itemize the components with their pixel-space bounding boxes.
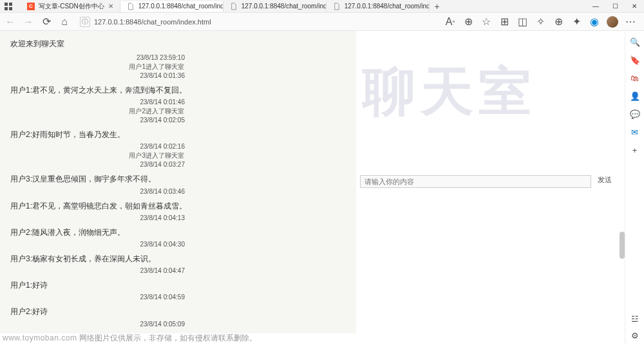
toolbar-right-icons: A» ⊕ ☆ ⊞ ◫ ✧ ⊕ ✦ ◉ ⋯ xyxy=(444,16,640,28)
zoom-icon[interactable]: ⊕ xyxy=(462,16,474,28)
add-icon[interactable]: + xyxy=(629,144,641,156)
back-button[interactable]: ← xyxy=(4,15,17,28)
minimize-button[interactable]: — xyxy=(586,0,605,12)
timestamp: 23/8/14 0:02:16 xyxy=(10,142,346,151)
favorites-bar-icon[interactable]: ✧ xyxy=(535,16,546,28)
more-icon[interactable]: ⋯ xyxy=(625,16,636,28)
titlebar: C 写文章-CSDN创作中心 ✕ 127.0.0.1:8848/chat_roo… xyxy=(0,0,644,13)
tab-csdn[interactable]: C 写文章-CSDN创作中心 ✕ xyxy=(21,1,120,12)
close-icon[interactable]: ✕ xyxy=(108,3,113,10)
page-content: 欢迎来到聊天室 23/8/13 23:59:10用户1进入了聊天室23/8/14… xyxy=(0,31,644,333)
timestamp: 23/8/14 0:04:13 xyxy=(10,214,346,223)
file-icon xyxy=(230,3,238,10)
chat-message: 用户2:随风潜入夜，润物细无声。 xyxy=(10,227,346,239)
outlook-icon[interactable]: ✉ xyxy=(629,126,641,138)
chat-input-pane: 聊天室 发送 xyxy=(356,31,644,333)
titlebar-left: C 写文章-CSDN创作中心 ✕ 127.0.0.1:8848/chat_roo… xyxy=(0,1,445,12)
maximize-button[interactable]: ☐ xyxy=(605,0,625,12)
address-bar[interactable]: ⓘ 127.0.0.1:8848/chat_room/index.html xyxy=(76,15,439,29)
tab-chatroom-1[interactable]: 127.0.0.1:8848/chat_room/index ✕ xyxy=(120,1,223,12)
tab-chatroom-2[interactable]: 127.0.0.1:8848/chat_room/index ✕ xyxy=(223,1,327,12)
timestamp: 23/8/14 0:01:36 xyxy=(10,71,346,80)
chat-message: 用户2:好雨知时节，当春乃发生。 xyxy=(10,129,346,141)
tab-chatroom-3[interactable]: 127.0.0.1:8848/chat_room/index ✕ xyxy=(327,1,430,12)
timestamp: 23/8/14 0:03:46 xyxy=(10,187,346,196)
chat-log-pane: 欢迎来到聊天室 23/8/13 23:59:10用户1进入了聊天室23/8/14… xyxy=(0,31,356,333)
search-icon[interactable]: 🔍 xyxy=(629,36,641,48)
join-notice: 用户2进入了聊天室 xyxy=(10,107,346,116)
home-button[interactable]: ⌂ xyxy=(58,15,71,28)
tab-label: 写文章-CSDN创作中心 xyxy=(39,2,104,11)
new-tab-button[interactable]: + xyxy=(430,1,445,12)
collections-icon[interactable]: ⊕ xyxy=(553,16,564,28)
user-icon[interactable]: 👤 xyxy=(629,90,641,102)
svg-rect-3 xyxy=(9,7,12,10)
timestamp: 23/8/14 0:05:09 xyxy=(10,320,346,329)
chat-icon[interactable]: 💬 xyxy=(629,108,641,120)
chat-message: 用户1:君不见，高堂明镜悲白发，朝如青丝暮成雪。 xyxy=(10,200,346,212)
timestamp: 23/8/14 0:03:27 xyxy=(10,160,346,169)
extensions-icon[interactable]: ⊞ xyxy=(498,16,510,28)
toolbar: ← → ⟳ ⌂ ⓘ 127.0.0.1:8848/chat_room/index… xyxy=(0,13,644,31)
svg-rect-0 xyxy=(5,3,8,6)
timestamp: 23/8/14 0:04:59 xyxy=(10,293,346,302)
favorite-icon[interactable]: ☆ xyxy=(480,16,492,28)
file-icon xyxy=(127,3,135,10)
timestamp: 23/8/14 0:02:05 xyxy=(10,116,346,125)
close-window-button[interactable]: ✕ xyxy=(625,0,644,12)
edge-icon[interactable]: ◉ xyxy=(589,16,600,28)
window-icon xyxy=(4,2,13,11)
read-aloud-icon[interactable]: A» xyxy=(444,16,456,28)
tab-strip: C 写文章-CSDN创作中心 ✕ 127.0.0.1:8848/chat_roo… xyxy=(21,1,445,12)
timestamp: 23/8/14 0:04:47 xyxy=(10,266,346,275)
chat-message: 用户1:君不见，黄河之水天上来，奔流到海不复回。 xyxy=(10,84,346,97)
csdn-icon: C xyxy=(27,3,35,10)
message-input[interactable] xyxy=(360,175,591,188)
footer-text: 网络图片仅供展示，非存储，如有侵权请联系删除。 xyxy=(79,333,257,342)
window-controls: — ☐ ✕ xyxy=(586,0,644,12)
feedback-icon[interactable]: ☳ xyxy=(629,313,641,324)
tab-label: 127.0.0.1:8848/chat_room/index xyxy=(138,3,223,10)
bag-icon[interactable]: 🛍 xyxy=(629,72,641,84)
svg-rect-2 xyxy=(5,7,8,10)
footer-note: www.toymoban.com 网络图片仅供展示，非存储，如有侵权请联系删除。 xyxy=(3,333,644,344)
chat-message: 用户3:杨家有女初长成，养在深闺人未识。 xyxy=(10,253,346,265)
join-notice: 用户1进入了聊天室 xyxy=(10,62,346,71)
timestamp: 23/8/13 23:59:10 xyxy=(10,53,346,62)
timestamp: 23/8/14 0:04:30 xyxy=(10,240,346,249)
url-text: 127.0.0.1:8848/chat_room/index.html xyxy=(94,18,211,26)
chat-events: 23/8/13 23:59:10用户1进入了聊天室23/8/14 0:01:36… xyxy=(10,53,346,333)
refresh-button[interactable]: ⟳ xyxy=(40,15,53,28)
avatar[interactable] xyxy=(607,16,618,28)
footer-domain: www.toymoban.com xyxy=(3,333,77,342)
timestamp: 23/8/14 0:01:46 xyxy=(10,98,346,107)
tab-label: 127.0.0.1:8848/chat_room/index xyxy=(242,3,327,10)
chat-message: 用户3:汉皇重色思倾国，御宇多年求不得。 xyxy=(10,173,346,185)
scrollbar-handle[interactable] xyxy=(620,232,625,259)
ext1-icon[interactable]: ✦ xyxy=(571,16,582,28)
site-info-icon[interactable]: ⓘ xyxy=(80,17,90,27)
tab-label: 127.0.0.1:8848/chat_room/index xyxy=(345,3,430,10)
send-button[interactable]: 发送 xyxy=(594,175,616,188)
forward-button[interactable]: → xyxy=(22,15,35,28)
chat-message: 用户2:好诗 xyxy=(10,306,346,318)
svg-rect-1 xyxy=(9,3,12,6)
edge-sidebar: 🔍 🔖 🛍 👤 💬 ✉ + ☳ ⚙ xyxy=(625,31,644,345)
file-icon xyxy=(333,3,341,10)
tag-icon[interactable]: 🔖 xyxy=(629,54,641,66)
input-row: 发送 xyxy=(360,175,616,188)
room-title: 聊天室 xyxy=(363,57,536,127)
welcome-text: 欢迎来到聊天室 xyxy=(10,39,346,50)
split-icon[interactable]: ◫ xyxy=(516,16,528,28)
join-notice: 用户3进入了聊天室 xyxy=(10,151,346,160)
chat-message: 用户1:好诗 xyxy=(10,279,346,292)
